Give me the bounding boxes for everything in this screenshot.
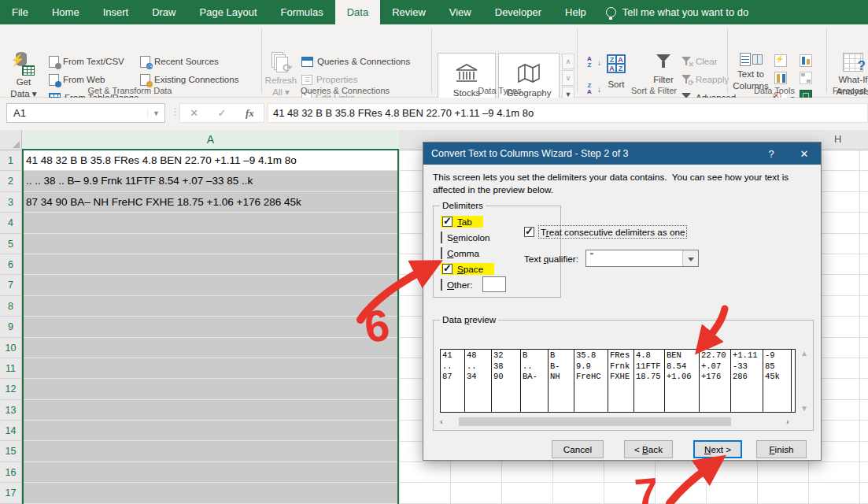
tell-me-box[interactable]: Tell me what you want to do (598, 0, 756, 24)
tab-file[interactable]: File (0, 0, 40, 24)
preview-column-2[interactable]: 48 .. 34 (465, 350, 492, 412)
row-header-13[interactable]: 13 (0, 400, 22, 421)
data-preview-table[interactable]: 41 .. 8748 .. 3432 38 90B .. BA-B B- NH3… (440, 349, 796, 413)
other-delimiter-input[interactable] (482, 276, 506, 292)
insert-function-icon[interactable]: fx (246, 107, 254, 120)
row-header-8[interactable]: 8 (0, 296, 22, 317)
get-data-button[interactable]: ⚡ Get Data ▾ (5, 52, 42, 99)
row-header-3[interactable]: 3 (0, 192, 22, 213)
from-text-csv-button[interactable]: From Text/CSV (49, 54, 124, 69)
preview-column-12[interactable]: -9 85 45k (763, 350, 792, 412)
filter-button[interactable]: Filter (648, 54, 679, 85)
gallery-up-icon[interactable]: ∧ (562, 54, 574, 69)
checkbox[interactable] (442, 264, 452, 274)
checkbox[interactable] (442, 217, 452, 227)
column-a-cells[interactable]: 41 48 32 B B 35.8 FRes 4.8 BEN 22.70 +1.… (22, 150, 399, 504)
row-header-7[interactable]: 7 (0, 275, 22, 295)
cell-a7[interactable] (24, 275, 397, 295)
back-button[interactable]: < Back (624, 440, 673, 458)
checkbox[interactable] (441, 279, 442, 291)
tab-formulas[interactable]: Formulas (269, 0, 335, 24)
preview-column-6[interactable]: 35.8 9.9 FreHC (574, 350, 608, 412)
preview-horizontal-scrollbar[interactable]: ‹ › (440, 417, 796, 426)
scroll-left-icon[interactable]: ‹ (440, 417, 449, 426)
row-header-9[interactable]: 9 (0, 317, 22, 337)
tab-data[interactable]: Data (335, 0, 380, 24)
reapply-filter-button[interactable]: ⟳ Reapply (681, 72, 729, 87)
cell-a14[interactable] (24, 421, 397, 441)
row-header-5[interactable]: 5 (0, 234, 22, 254)
preview-column-11[interactable]: +1.11 -33 286 (731, 350, 763, 412)
cell-a4[interactable] (24, 213, 397, 233)
tab-help[interactable]: Help (553, 0, 598, 24)
cell-a2[interactable]: .. .. 38 .. B– 9.9 Frnk 11FTF 8.54 +.07 … (24, 171, 397, 191)
cell-a17[interactable] (24, 483, 397, 503)
row-header-4[interactable]: 4 (0, 213, 22, 233)
row-header-16[interactable]: 16 (0, 462, 22, 483)
next-button[interactable]: Next > (693, 440, 742, 458)
sort-button[interactable]: ZAAZ Sort (600, 54, 632, 90)
preview-vertical-scrollbar[interactable]: ▲ ▼ (799, 349, 810, 413)
tab-view[interactable]: View (438, 0, 483, 24)
tab-draw[interactable]: Draw (140, 0, 187, 24)
properties-button[interactable]: ☰ Properties (301, 72, 357, 87)
tab-developer[interactable]: Developer (483, 0, 553, 24)
finish-button[interactable]: Finish (756, 440, 807, 458)
name-box-dropdown-icon[interactable]: ▼ (147, 109, 164, 117)
cancel-button[interactable]: Cancel (552, 440, 604, 458)
consolidate-icon[interactable] (800, 54, 812, 67)
row-header-15[interactable]: 15 (0, 441, 22, 461)
row-header-17[interactable]: 17 (0, 483, 22, 503)
data-types-gallery-arrows[interactable]: ∧ ∨ ▼ (562, 54, 574, 102)
preview-column-3[interactable]: 32 38 90 (492, 350, 521, 412)
cell-a12[interactable] (24, 379, 397, 399)
treat-consecutive-checkbox[interactable]: Treat consecutive delimiters as one (524, 226, 686, 238)
row-header-14[interactable]: 14 (0, 421, 22, 441)
dropdown-chevron-icon[interactable] (682, 250, 698, 266)
row-header-2[interactable]: 2 (0, 171, 22, 191)
preview-column-9[interactable]: BEN 8.54 +1.06 (665, 350, 700, 412)
cell-a1[interactable]: 41 48 32 B B 35.8 FRes 4.8 BEN 22.70 +1.… (24, 150, 397, 171)
preview-column-5[interactable]: B B- NH (549, 350, 574, 412)
row-header-1[interactable]: 1 (0, 150, 22, 171)
preview-column-7[interactable]: FRes Frnk FXHE (608, 350, 634, 412)
checkbox[interactable] (441, 232, 442, 243)
text-qualifier-dropdown[interactable]: " (585, 250, 699, 267)
cell-a3[interactable]: 87 34 90 BA– NH FreHC FXHE 18.75 +1.06 +… (24, 192, 397, 213)
scroll-right-icon[interactable]: › (786, 417, 796, 426)
cancel-entry-icon[interactable]: ✕ (190, 107, 198, 119)
treat-consecutive-checkbox-box[interactable] (524, 227, 534, 237)
preview-column-4[interactable]: B .. BA- (521, 350, 549, 412)
column-header-a[interactable]: A (22, 130, 399, 150)
row-header-6[interactable]: 6 (0, 254, 22, 275)
cell-a9[interactable] (24, 317, 397, 337)
cell-a13[interactable] (24, 400, 397, 421)
dialog-help-button[interactable]: ? (755, 148, 788, 160)
scroll-up-icon[interactable]: ▲ (799, 349, 810, 358)
name-box[interactable]: A1 ▼ (6, 103, 165, 123)
row-header-11[interactable]: 11 (0, 358, 22, 379)
preview-column-10[interactable]: 22.70 +.07 +176 (700, 350, 731, 412)
geography-button[interactable]: Geography (498, 53, 560, 103)
preview-column-8[interactable]: 4.8 11FTF 18.75 (634, 350, 665, 412)
column-header-h[interactable]: H (834, 133, 841, 145)
cell-a16[interactable] (24, 462, 397, 483)
cell-a6[interactable] (24, 254, 397, 275)
from-web-button[interactable]: From Web (49, 72, 105, 87)
select-all-corner[interactable] (0, 130, 22, 150)
cell-a15[interactable] (24, 441, 397, 461)
tab-review[interactable]: Review (380, 0, 438, 24)
row-header-12[interactable]: 12 (0, 379, 22, 399)
recent-sources-button[interactable]: ◷ Recent Sources (140, 54, 219, 69)
sort-ascending-button[interactable]: AZ↓ (583, 54, 601, 70)
dialog-close-button[interactable]: ✕ (788, 148, 821, 160)
tab-page-layout[interactable]: Page Layout (188, 0, 269, 24)
delimiter-other[interactable]: Other: (441, 276, 560, 292)
cell-a11[interactable] (24, 358, 397, 379)
scrollbar-thumb[interactable] (459, 417, 731, 426)
tab-home[interactable]: Home (40, 0, 91, 24)
remove-duplicates-icon[interactable] (774, 72, 787, 84)
dialog-title-bar[interactable]: Convert Text to Columns Wizard - Step 2 … (423, 143, 821, 165)
relationships-icon[interactable] (800, 72, 812, 84)
gallery-down-icon[interactable]: ∨ (562, 70, 574, 86)
